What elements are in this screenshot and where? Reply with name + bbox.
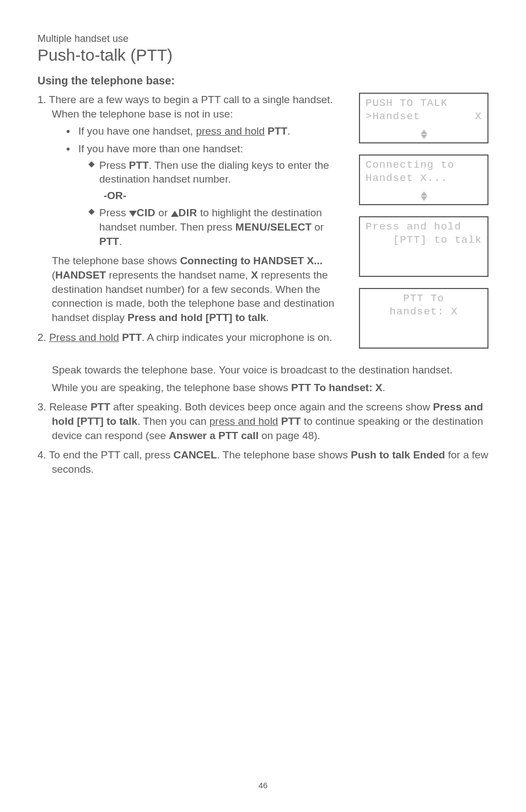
step-3: 3. Release PTT after speaking. Both devi…: [37, 400, 489, 442]
up-down-arrows-icon: [421, 191, 427, 201]
step-4: 4. To end the PTT call, press CANCEL. Th…: [37, 448, 489, 476]
diamond-press-ptt: Press PTT. Then use the dialing keys to …: [89, 158, 346, 186]
up-triangle-icon: [171, 211, 179, 217]
up-down-arrows-icon: [421, 130, 427, 139]
lcd-press-hold: Press and hold [PTT] to talk: [359, 216, 489, 277]
bullet-multi-handset: If you have more than one handset: Press…: [66, 142, 346, 248]
page-title: Push-to-talk (PTT): [37, 46, 489, 65]
step-text: There are a few ways to begin a PTT call…: [49, 94, 333, 120]
step-number: 1.: [37, 94, 49, 105]
bullet-one-handset: If you have one handset, press and hold …: [66, 124, 346, 138]
diamond-icon: [88, 161, 94, 167]
down-triangle-icon: [129, 211, 137, 217]
instructions-column: 1. There are a few ways to begin a PTT c…: [37, 93, 346, 360]
lcd-column: PUSH TO TALK >HandsetX Connecting to Han…: [359, 93, 489, 360]
step-2: 2. Press and hold PTT. A chirp indicates…: [37, 330, 346, 345]
diamond-press-cid-dir: Press CID or DIR to highlight the destin…: [89, 206, 346, 248]
diamond-icon: [88, 209, 94, 215]
section-overline: Multiple handset use: [37, 33, 489, 45]
lcd-ptt-to: PTT To handset: X: [359, 288, 489, 349]
page-number: 46: [259, 781, 268, 790]
step-1: 1. There are a few ways to begin a PTT c…: [37, 93, 346, 325]
step-2-continued: Speak towards the telephone base. Your v…: [37, 363, 489, 394]
lcd-push-to-talk: PUSH TO TALK >HandsetX: [359, 93, 489, 143]
lcd-connecting: Connecting to Handset X...: [359, 154, 489, 205]
sub-heading: Using the telephone base:: [37, 74, 489, 87]
or-separator: -OR-: [78, 189, 346, 203]
